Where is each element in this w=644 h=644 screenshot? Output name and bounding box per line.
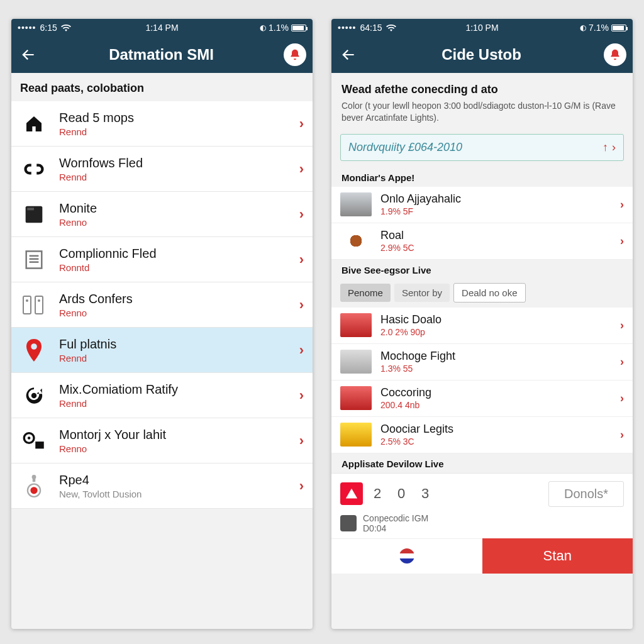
search-value: Nordvquiity £064-2010	[348, 141, 602, 154]
chevron-right-icon: ›	[299, 206, 304, 223]
page-title: Datmation SMI	[39, 46, 284, 64]
back-button[interactable]	[18, 44, 39, 65]
menu-item-title: Monite	[59, 201, 299, 216]
back-button[interactable]	[338, 44, 359, 65]
pin-icon	[20, 336, 48, 364]
home-icon	[20, 110, 48, 138]
wifi-icon	[61, 24, 71, 31]
bottom-panel: 2 0 3 Donols* Conpecodic IGM D0:04	[331, 473, 633, 538]
menu-item-sub: Renno	[59, 443, 299, 454]
action-bar: Stan	[331, 538, 633, 574]
car-thumb	[340, 386, 372, 410]
car-thumb	[340, 423, 372, 447]
menu-item-title: Ful platnis	[59, 337, 299, 352]
chevron-right-icon: ›	[620, 235, 624, 248]
svg-point-8	[26, 299, 28, 302]
menu-item-title: Ards Confers	[59, 292, 299, 306]
bell-icon	[289, 48, 301, 61]
donols-button[interactable]: Donols*	[548, 481, 624, 507]
filter-sentor[interactable]: Sentor by	[394, 284, 450, 302]
chevron-right-icon: ›	[299, 387, 304, 404]
car-item[interactable]: Ooociar Legits2.5% 3C›	[331, 417, 633, 453]
subheading: Wead afethe conecding d ato	[331, 73, 633, 100]
wifi-icon	[386, 24, 396, 31]
alert-button[interactable]	[604, 43, 626, 66]
page-title: Cide Ustob	[359, 46, 604, 64]
car-list-2: Hasic Doalo2.0 2% 90p›Mochoge Fight1.3% …	[331, 308, 633, 453]
mini-line2: D0:04	[363, 523, 428, 533]
svg-rect-1	[27, 208, 34, 210]
record-icon	[20, 472, 48, 500]
menu-item[interactable]: Ards ConfersRenno›	[11, 282, 313, 328]
menu-item-sub: Ronntd	[59, 262, 299, 273]
menu-item-title: Wornfows Fled	[59, 156, 299, 170]
nav-header: Datmation SMI	[11, 36, 313, 73]
gears-icon	[20, 427, 48, 455]
menu-item[interactable]: Rpe4New, Tovlott Dusion›	[11, 464, 313, 509]
alert-button[interactable]	[284, 43, 306, 66]
menu-item-sub: New, Tovlott Dusion	[59, 489, 299, 499]
filter-deald[interactable]: Deald no oke	[453, 283, 525, 303]
car-item[interactable]: Coccoring200.4 4nb›	[331, 380, 633, 417]
menu-item-sub: Rennd	[59, 353, 299, 364]
car-item[interactable]: Onlo Ajjayahalic1.9% 5F›	[331, 187, 633, 223]
flag-button[interactable]	[331, 538, 482, 574]
digit-2: 0	[392, 486, 411, 502]
section-label: Read paats, colobation	[11, 73, 313, 101]
car-item[interactable]: Roal2.9% 5C›	[331, 223, 633, 260]
menu-item-sub: Rennd	[59, 398, 299, 409]
svg-rect-6	[23, 296, 31, 314]
servers-icon	[20, 291, 48, 319]
car-sub: 1.3% 55	[380, 364, 455, 374]
car-title: Onlo Ajjayahalic	[380, 192, 461, 206]
chevron-right-icon: ›	[299, 297, 304, 313]
svg-point-9	[38, 299, 40, 302]
group-label-2: Bive See-egsor Live	[331, 260, 633, 279]
chevron-right-icon: ›	[299, 478, 304, 494]
menu-item-title: Complionnic Fled	[59, 247, 299, 261]
car-sub: 200.4 4nb	[380, 400, 431, 410]
menu-item[interactable]: Wornfows FledRennd›	[11, 147, 313, 192]
stan-button[interactable]: Stan	[482, 538, 633, 574]
flag-icon	[399, 548, 414, 564]
svg-point-10	[31, 392, 37, 398]
svg-rect-13	[35, 441, 44, 448]
car-title: Coccoring	[380, 386, 431, 399]
battery-percent: 7.1%	[589, 23, 609, 33]
car-title: Roal	[380, 229, 414, 242]
filter-penome[interactable]: Penome	[340, 284, 391, 302]
car-item[interactable]: Hasic Doalo2.0 2% 90p›	[331, 308, 633, 344]
menu-item[interactable]: Complionnic FledRonntd›	[11, 237, 313, 282]
digit-1: 2	[368, 486, 387, 502]
panel-icon	[20, 201, 48, 228]
filter-bar: Penome Sentor by Deald no oke	[331, 279, 633, 308]
car-sub: 2.0 2% 90p	[380, 327, 441, 337]
car-thumb	[340, 192, 372, 216]
carrier-text: 6:15	[40, 23, 57, 33]
menu-item[interactable]: Montorj x Your lahitRenno›	[11, 418, 313, 464]
arrow-up-icon: ↑	[602, 141, 608, 154]
chevron-right-icon: ›	[299, 116, 304, 132]
mini-line1: Conpecodic IGM	[363, 513, 428, 523]
svg-point-15	[30, 487, 37, 494]
car-title: Hasic Doalo	[380, 313, 441, 326]
phone-right: 64:15 1:10 PM ◐ 7.1% Cide Ustob Wead afe…	[331, 19, 633, 629]
menu-item[interactable]: Mix.Comiatiom RatifyRennd›	[11, 373, 313, 418]
device-icon	[340, 515, 357, 531]
car-item[interactable]: Mochoge Fight1.3% 55›	[331, 344, 633, 380]
chevron-right-icon: ›	[612, 141, 616, 154]
menu-item-title: Read 5 mops	[59, 111, 299, 125]
svg-point-12	[28, 436, 31, 440]
svg-point-17	[32, 475, 36, 479]
link-icon	[20, 155, 48, 183]
car-list-1: Onlo Ajjayahalic1.9% 5F›Roal2.9% 5C›	[331, 187, 633, 260]
carrier-text: 64:15	[360, 23, 382, 33]
menu-list: Read 5 mopsRennd›Wornfows FledRennd›Moni…	[11, 101, 313, 509]
chevron-right-icon: ›	[299, 433, 304, 449]
clock: 1:14 PM	[114, 23, 210, 33]
search-input[interactable]: Nordvquiity £064-2010 ↑ ›	[340, 134, 624, 161]
menu-item[interactable]: Read 5 mopsRennd›	[11, 101, 313, 147]
car-title: Mochoge Fight	[380, 350, 455, 363]
menu-item[interactable]: MoniteRenno›	[11, 192, 313, 237]
menu-item[interactable]: Ful platnisRennd›	[11, 328, 313, 373]
